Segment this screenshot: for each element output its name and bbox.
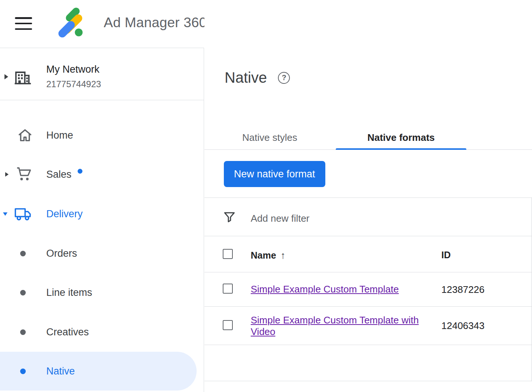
divider <box>0 100 204 100</box>
new-native-format-button[interactable]: New native format <box>224 161 325 187</box>
tab-bar: Native styles Native formats <box>204 125 532 150</box>
filter-funnel-icon <box>222 210 237 225</box>
main-content: Native ? Native styles Native formats Ne… <box>204 0 532 392</box>
sidebar-item-label: Home <box>46 130 73 141</box>
notification-dot <box>78 169 82 174</box>
sort-ascending-icon: ↑ <box>281 250 285 261</box>
delivery-truck-icon <box>13 205 32 223</box>
network-text: My Network 21775744923 <box>46 64 101 89</box>
divider <box>204 381 532 381</box>
ad-manager-app: Ad Manager 360 <box>0 0 532 392</box>
sidebar-item-delivery[interactable]: Delivery <box>0 202 204 226</box>
sidebar-item-home[interactable]: Home <box>0 123 204 147</box>
native-format-link[interactable]: Simple Example Custom Template with Vide… <box>251 314 430 338</box>
sidebar-item-sales[interactable]: Sales <box>0 162 204 186</box>
menu-bar <box>15 28 32 30</box>
column-label: Name <box>251 250 276 260</box>
native-format-id: 12387226 <box>441 284 485 295</box>
shopping-cart-icon <box>16 166 33 183</box>
native-format-link[interactable]: Simple Example Custom Template <box>251 284 399 295</box>
help-icon[interactable]: ? <box>278 72 290 84</box>
menu-bar <box>15 17 32 19</box>
help-glyph: ? <box>282 73 286 82</box>
sidebar-item-native[interactable]: Native <box>0 352 197 391</box>
bullet-icon <box>20 329 26 335</box>
divider <box>204 272 532 272</box>
network-id: 21775744923 <box>46 79 101 89</box>
menu-bar <box>15 23 32 25</box>
page-title: Native <box>225 69 267 86</box>
tab-label: Native styles <box>242 132 297 143</box>
bullet-icon <box>20 369 26 374</box>
expand-right-icon <box>5 172 9 177</box>
sidebar-item-label: Delivery <box>46 208 83 220</box>
sidebar-item-creatives[interactable]: Creatives <box>0 320 204 344</box>
native-format-id: 12406343 <box>441 320 485 332</box>
menu-icon[interactable] <box>15 17 32 30</box>
page-title-row: Native ? <box>225 69 290 86</box>
divider <box>204 306 532 307</box>
bullet-icon <box>20 251 26 256</box>
network-building-icon <box>13 67 32 88</box>
divider <box>531 197 532 381</box>
sidebar-item-label: Creatives <box>46 326 89 338</box>
expand-right-icon <box>4 74 8 79</box>
sidebar-item-label: Native <box>46 366 75 377</box>
add-filter-row[interactable]: Add new filter <box>204 198 532 236</box>
sidebar-item-label: Line items <box>46 287 92 298</box>
sidebar: My Network 21775744923 Home <box>0 48 204 392</box>
expand-down-icon <box>3 212 7 216</box>
network-selector[interactable]: My Network 21775744923 <box>0 59 204 97</box>
divider <box>204 236 532 236</box>
column-header-name[interactable]: Name↑ <box>251 250 285 261</box>
tab-native-formats[interactable]: Native formats <box>336 125 466 150</box>
select-all-checkbox[interactable] <box>223 249 233 259</box>
tab-label: Native formats <box>367 132 435 143</box>
row-checkbox[interactable] <box>223 284 233 294</box>
column-header-id: ID <box>441 250 451 260</box>
sidebar-item-label: Sales <box>46 169 72 180</box>
sidebar-item-line-items[interactable]: Line items <box>0 281 204 304</box>
app-title: Ad Manager 360 <box>104 15 207 31</box>
divider <box>204 345 532 345</box>
tab-native-styles[interactable]: Native styles <box>227 125 313 150</box>
row-checkbox[interactable] <box>223 320 233 330</box>
bullet-icon <box>20 290 26 295</box>
add-filter-label: Add new filter <box>251 213 310 224</box>
ad-manager-logo-icon <box>54 5 90 41</box>
active-tab-underline <box>336 148 466 150</box>
home-icon <box>16 127 34 144</box>
sidebar-item-orders[interactable]: Orders <box>0 241 204 265</box>
sidebar-item-label: Orders <box>46 248 77 259</box>
network-name: My Network <box>46 64 101 75</box>
